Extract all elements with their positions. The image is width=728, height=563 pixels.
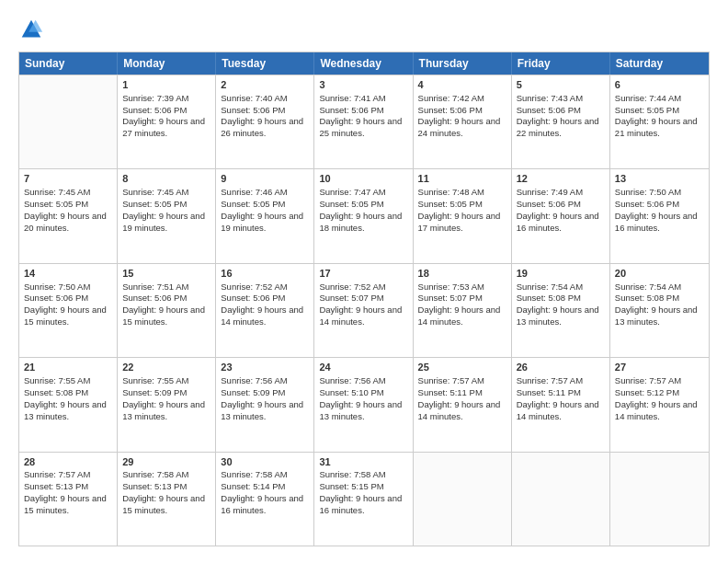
calendar-header-cell: Thursday (414, 52, 512, 75)
sunrise-text: Sunrise: 7:55 AM (122, 375, 188, 385)
sunrise-text: Sunrise: 7:41 AM (319, 93, 385, 103)
day-number: 21 (24, 361, 112, 374)
calendar-cell: 13Sunrise: 7:50 AMSunset: 5:06 PMDayligh… (610, 169, 709, 262)
daylight-text: Daylight: 9 hours and 22 minutes. (517, 116, 599, 138)
daylight-text: Daylight: 9 hours and 15 minutes. (122, 493, 205, 515)
sunrise-text: Sunrise: 7:46 AM (221, 187, 287, 197)
calendar-header-cell: Wednesday (314, 52, 413, 75)
daylight-text: Daylight: 9 hours and 26 minutes. (221, 116, 303, 138)
calendar-header-cell: Monday (118, 52, 216, 75)
sunrise-text: Sunrise: 7:52 AM (221, 282, 287, 292)
sunrise-text: Sunrise: 7:42 AM (418, 93, 484, 103)
sunset-text: Sunset: 5:06 PM (517, 105, 581, 115)
day-number: 5 (517, 78, 605, 92)
calendar-cell (610, 453, 709, 546)
day-number: 31 (319, 455, 407, 469)
sunset-text: Sunset: 5:05 PM (418, 199, 483, 209)
sunrise-text: Sunrise: 7:50 AM (24, 282, 90, 292)
calendar-week: 28Sunrise: 7:57 AMSunset: 5:13 PMDayligh… (19, 452, 709, 546)
calendar-week: 21Sunrise: 7:55 AMSunset: 5:08 PMDayligh… (19, 357, 709, 451)
sunset-text: Sunset: 5:06 PM (24, 293, 88, 303)
calendar-cell: 31Sunrise: 7:58 AMSunset: 5:15 PMDayligh… (314, 453, 413, 546)
daylight-text: Daylight: 9 hours and 16 minutes. (221, 493, 303, 515)
day-number: 16 (221, 267, 309, 281)
sunset-text: Sunset: 5:08 PM (517, 293, 581, 303)
day-number: 1 (122, 78, 210, 92)
calendar-cell: 5Sunrise: 7:43 AMSunset: 5:06 PMDaylight… (512, 75, 610, 168)
calendar-cell: 17Sunrise: 7:52 AMSunset: 5:07 PMDayligh… (314, 264, 413, 357)
sunset-text: Sunset: 5:07 PM (418, 293, 483, 303)
daylight-text: Daylight: 9 hours and 25 minutes. (319, 116, 402, 138)
day-number: 25 (418, 361, 506, 374)
header (18, 17, 710, 42)
sunrise-text: Sunrise: 7:58 AM (319, 469, 385, 479)
calendar-cell: 15Sunrise: 7:51 AMSunset: 5:06 PMDayligh… (118, 264, 216, 357)
day-number: 14 (24, 267, 112, 281)
calendar-cell: 6Sunrise: 7:44 AMSunset: 5:05 PMDaylight… (610, 75, 709, 168)
calendar-cell: 10Sunrise: 7:47 AMSunset: 5:05 PMDayligh… (314, 169, 413, 262)
day-number: 26 (517, 361, 605, 374)
daylight-text: Daylight: 9 hours and 15 minutes. (24, 493, 107, 515)
sunrise-text: Sunrise: 7:45 AM (24, 187, 90, 197)
daylight-text: Daylight: 9 hours and 19 minutes. (122, 211, 205, 233)
calendar-cell: 7Sunrise: 7:45 AMSunset: 5:05 PMDaylight… (19, 169, 118, 262)
sunset-text: Sunset: 5:09 PM (221, 387, 285, 397)
day-number: 20 (615, 267, 704, 281)
sunset-text: Sunset: 5:06 PM (319, 105, 383, 115)
sunrise-text: Sunrise: 7:47 AM (319, 187, 385, 197)
day-number: 22 (122, 361, 210, 374)
day-number: 8 (122, 172, 210, 186)
daylight-text: Daylight: 9 hours and 14 minutes. (418, 304, 501, 327)
day-number: 2 (221, 78, 309, 92)
daylight-text: Daylight: 9 hours and 13 minutes. (319, 399, 402, 421)
calendar-cell: 30Sunrise: 7:58 AMSunset: 5:14 PMDayligh… (216, 453, 314, 546)
sunset-text: Sunset: 5:13 PM (24, 481, 88, 491)
daylight-text: Daylight: 9 hours and 16 minutes. (615, 211, 698, 233)
sunset-text: Sunset: 5:06 PM (221, 105, 285, 115)
sunset-text: Sunset: 5:06 PM (122, 105, 187, 115)
sunset-text: Sunset: 5:05 PM (24, 199, 88, 209)
sunset-text: Sunset: 5:08 PM (615, 293, 679, 303)
daylight-text: Daylight: 9 hours and 16 minutes. (319, 493, 402, 515)
day-number: 9 (221, 172, 309, 186)
calendar-week: 7Sunrise: 7:45 AMSunset: 5:05 PMDaylight… (19, 168, 709, 262)
sunrise-text: Sunrise: 7:45 AM (122, 187, 188, 197)
day-number: 23 (221, 361, 309, 374)
daylight-text: Daylight: 9 hours and 18 minutes. (319, 211, 402, 233)
daylight-text: Daylight: 9 hours and 14 minutes. (615, 399, 698, 421)
sunrise-text: Sunrise: 7:54 AM (615, 282, 681, 292)
sunrise-text: Sunrise: 7:49 AM (517, 187, 583, 197)
sunrise-text: Sunrise: 7:56 AM (319, 375, 385, 385)
sunrise-text: Sunrise: 7:57 AM (418, 375, 484, 385)
calendar-cell: 3Sunrise: 7:41 AMSunset: 5:06 PMDaylight… (314, 75, 413, 168)
sunset-text: Sunset: 5:05 PM (615, 105, 679, 115)
day-number: 6 (615, 78, 704, 92)
day-number: 30 (221, 455, 309, 469)
calendar-cell: 8Sunrise: 7:45 AMSunset: 5:05 PMDaylight… (118, 169, 216, 262)
day-number: 7 (24, 172, 112, 186)
sunrise-text: Sunrise: 7:56 AM (221, 375, 287, 385)
sunset-text: Sunset: 5:14 PM (221, 481, 285, 491)
sunset-text: Sunset: 5:15 PM (319, 481, 383, 491)
sunrise-text: Sunrise: 7:44 AM (615, 93, 681, 103)
day-number: 24 (319, 361, 407, 374)
sunset-text: Sunset: 5:05 PM (319, 199, 383, 209)
day-number: 12 (517, 172, 605, 186)
calendar-cell: 20Sunrise: 7:54 AMSunset: 5:08 PMDayligh… (610, 264, 709, 357)
daylight-text: Daylight: 9 hours and 14 minutes. (221, 304, 303, 327)
logo (18, 17, 48, 42)
sunset-text: Sunset: 5:12 PM (615, 387, 679, 397)
sunrise-text: Sunrise: 7:54 AM (517, 282, 583, 292)
daylight-text: Daylight: 9 hours and 16 minutes. (517, 211, 599, 233)
sunset-text: Sunset: 5:06 PM (221, 293, 285, 303)
sunrise-text: Sunrise: 7:57 AM (24, 469, 90, 479)
calendar-header-row: SundayMondayTuesdayWednesdayThursdayFrid… (19, 52, 709, 75)
daylight-text: Daylight: 9 hours and 13 minutes. (517, 304, 599, 327)
daylight-text: Daylight: 9 hours and 17 minutes. (418, 211, 501, 233)
calendar-cell (512, 453, 610, 546)
day-number: 11 (418, 172, 506, 186)
calendar-cell: 4Sunrise: 7:42 AMSunset: 5:06 PMDaylight… (414, 75, 512, 168)
page: SundayMondayTuesdayWednesdayThursdayFrid… (0, 0, 728, 563)
calendar-week: 14Sunrise: 7:50 AMSunset: 5:06 PMDayligh… (19, 263, 709, 357)
calendar-cell: 11Sunrise: 7:48 AMSunset: 5:05 PMDayligh… (414, 169, 512, 262)
